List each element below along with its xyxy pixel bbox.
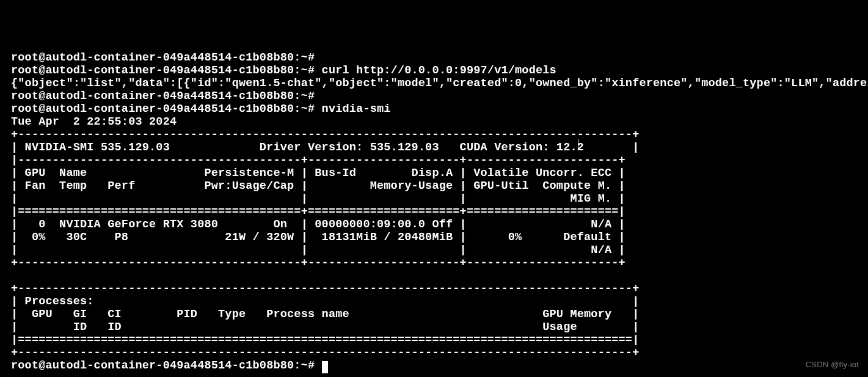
- nvidia-header: | NVIDIA-SMI 535.129.03 Driver Version: …: [11, 141, 639, 154]
- text-cursor-icon: [578, 139, 578, 150]
- nvidia-smi-command: nvidia-smi: [322, 103, 391, 115]
- prompt: root@autodl-container-049a448514-c1b08b8…: [11, 90, 315, 103]
- nvidia-border: +---------------------------------------…: [11, 257, 625, 269]
- nvidia-col-header: | GPU Name Persistence-M | Bus-Id Disp.A…: [11, 167, 625, 180]
- prompt: root@autodl-container-049a448514-c1b08b8…: [11, 64, 315, 77]
- nvidia-gpu-row: | 0 NVIDIA GeForce RTX 3080 On | 0000000…: [11, 218, 625, 231]
- cursor-icon: [322, 361, 328, 373]
- nvidia-proc-col: | GPU GI CI PID Type Process name GPU Me…: [11, 308, 639, 321]
- nvidia-border: +---------------------------------------…: [11, 128, 639, 141]
- curl-output: {"object":"list","data":[{"id":"qwen1.5-…: [11, 77, 868, 90]
- nvidia-proc-border: +---------------------------------------…: [11, 346, 639, 359]
- watermark: CSDN @fly-iot: [806, 358, 859, 371]
- nvidia-col-header: | | | MIG M. |: [11, 192, 625, 205]
- nvidia-timestamp: Tue Apr 2 22:55:03 2024: [11, 115, 177, 128]
- nvidia-col-header: | Fan Temp Perf Pwr:Usage/Cap | Memory-U…: [11, 180, 625, 192]
- nvidia-gpu-row: | 0% 30C P8 21W / 320W | 18131MiB / 2048…: [11, 231, 625, 244]
- nvidia-proc-border: +---------------------------------------…: [11, 282, 639, 295]
- nvidia-sep: |---------------------------------------…: [11, 154, 625, 167]
- terminal-output[interactable]: root@autodl-container-049a448514-c1b08b8…: [0, 51, 868, 372]
- prompt: root@autodl-container-049a448514-c1b08b8…: [11, 103, 315, 115]
- prompt: root@autodl-container-049a448514-c1b08b8…: [11, 51, 315, 64]
- nvidia-proc-sep: |=======================================…: [11, 334, 639, 346]
- nvidia-proc-col: | ID ID Usage |: [11, 321, 639, 334]
- nvidia-sep: |=======================================…: [11, 205, 625, 218]
- prompt: root@autodl-container-049a448514-c1b08b8…: [11, 359, 315, 372]
- curl-command: curl http://0.0.0.0:9997/v1/models: [322, 64, 556, 77]
- nvidia-proc-header: | Processes: |: [11, 295, 639, 308]
- nvidia-gpu-row: | | | N/A |: [11, 244, 625, 257]
